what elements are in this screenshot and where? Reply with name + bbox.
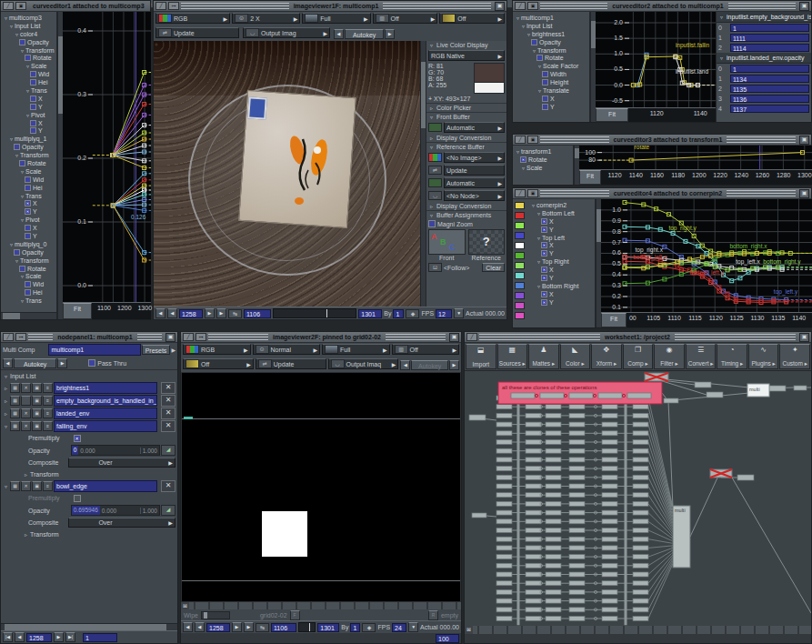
step-back-icon[interactable]: ◀	[155, 308, 165, 318]
tree-item[interactable]: ▿cornerpin2	[528, 201, 595, 209]
last-frame-icon[interactable]: ▶|	[65, 632, 75, 642]
viewer-image[interactable]	[154, 41, 420, 307]
tree-item[interactable]: Wid	[1, 70, 56, 78]
tree-item[interactable]: Rotate	[1, 265, 56, 273]
fit-button[interactable]: Fit	[63, 303, 92, 319]
toolbox-plugins-button[interactable]: ∿Plugins ▸	[748, 344, 779, 369]
range-end-field[interactable]: 1301	[358, 309, 382, 318]
curve-color-swatch[interactable]	[515, 222, 525, 229]
composite-select[interactable]: Over▶	[68, 458, 175, 468]
next-frame-icon[interactable]: ▶	[54, 632, 64, 642]
tree-vscrollbar[interactable]	[574, 146, 579, 185]
delete-input-icon[interactable]: ✕	[161, 480, 175, 492]
value-row[interactable]: 01	[717, 23, 811, 33]
toolbox-sources-button[interactable]: ▦Sources ▸	[497, 344, 528, 369]
tree-item[interactable]: ✕X	[1, 199, 56, 207]
prev-frame-icon[interactable]: ◀	[15, 632, 25, 642]
tree-item[interactable]: X	[1, 95, 56, 103]
imageviewer2-titlebar[interactable]: ╱ ⊶ imageviewer2F: pinned to grid02-02 ▣	[181, 332, 461, 343]
prev-frame-icon[interactable]: ◀	[195, 622, 205, 632]
lut-select[interactable]: Off▶	[183, 358, 254, 369]
curve-color-swatch[interactable]	[515, 232, 525, 239]
update-button[interactable]: ⇄ Update	[256, 358, 326, 369]
tree-item[interactable]: Hei	[1, 184, 56, 192]
delete-input-icon[interactable]: ✕	[161, 382, 175, 394]
curve-color-swatch[interactable]	[515, 242, 525, 249]
tree-item[interactable]: Rotate	[1, 159, 56, 167]
tree-item[interactable]: Rotate	[1, 54, 56, 62]
delete-input-icon[interactable]: ✕	[161, 408, 175, 419]
input-row[interactable]: ▹▦✕▣≡ brightness1✕	[1, 381, 177, 394]
graph-node[interactable]	[794, 386, 807, 390]
next-frame-icon[interactable]: ▶	[232, 622, 242, 632]
tree-item[interactable]: Y	[1, 126, 56, 135]
fit-button[interactable]: Fit	[596, 108, 628, 122]
value-row[interactable]: 31136	[717, 94, 811, 104]
curve-toggle-icon[interactable]: ◢	[161, 505, 175, 516]
curveeditor4-chart[interactable]: top_right.ybottom_right.xtop_right.xbott…	[601, 199, 812, 312]
imageviewer1-titlebar[interactable]: ╱ ⊶ imageviewer1F: multicomp1 ▣	[154, 1, 506, 12]
close-icon[interactable]: ▣	[449, 333, 459, 342]
wipe-slider[interactable]	[201, 611, 230, 619]
toolbox-import-button[interactable]: ⬓Import	[466, 344, 496, 369]
timeline-track[interactable]	[273, 308, 356, 318]
toolbox-comp-button[interactable]: ❐Comp ▸	[623, 344, 654, 369]
titlebar-grip[interactable]	[137, 334, 162, 340]
pen-icon[interactable]: ╱	[515, 136, 526, 144]
presets-button[interactable]: Presets	[142, 345, 171, 355]
prev-key-icon[interactable]: ◀	[400, 360, 410, 370]
tree-item[interactable]: ✕Rotate	[513, 156, 573, 164]
graph-node[interactable]	[707, 392, 723, 397]
curve-color-swatch[interactable]	[515, 302, 525, 309]
value-row[interactable]: 21135	[717, 84, 811, 94]
curve-color-swatch[interactable]	[515, 282, 525, 289]
graph-node[interactable]	[469, 415, 486, 420]
front-key-icon[interactable]: F	[290, 610, 300, 620]
tree-item[interactable]: ▿multicomp3	[1, 14, 56, 22]
curve-color-swatch[interactable]	[515, 292, 525, 299]
buffer-assignments-header[interactable]: Buffer Assignments	[436, 212, 491, 218]
loop-icon[interactable]: ◆	[406, 309, 419, 318]
graph-node[interactable]	[695, 382, 711, 387]
tree-item[interactable]: Y	[1, 232, 56, 240]
composite-select[interactable]: Over▶	[68, 518, 175, 528]
next-key-icon[interactable]: ▶	[385, 29, 395, 39]
update-button[interactable]: ⇄ Update	[155, 27, 239, 38]
front-thumbnail[interactable]: A B C Front	[428, 229, 466, 261]
pen-icon[interactable]: ╱	[183, 333, 194, 341]
first-frame-icon[interactable]: |◀	[3, 632, 13, 642]
compare-select[interactable]: ▥ Off▶	[373, 13, 438, 24]
tree-item[interactable]: Height	[513, 78, 589, 86]
tree-item[interactable]: ✕Y	[528, 226, 595, 234]
next-key-icon[interactable]: ▶	[449, 360, 459, 370]
reference-update-button[interactable]: Update	[444, 165, 505, 176]
window-icon[interactable]: ▣	[15, 2, 26, 10]
tree-item[interactable]: ✕Y	[528, 298, 595, 307]
curveeditor1-chart[interactable]: 0.1260.40.30.20.10.0	[63, 12, 151, 302]
fps-menu-icon[interactable]: ▼	[454, 308, 464, 318]
input-list-header[interactable]: Input List	[10, 373, 35, 379]
annotation-note[interactable]: all these are clones of these operations	[498, 382, 662, 404]
tree-item[interactable]: ▿Bottom Right	[528, 282, 595, 290]
multicomp-node[interactable]: multi	[671, 506, 690, 568]
reference-key-icon[interactable]: R	[428, 610, 438, 620]
value-row[interactable]: 21114	[717, 43, 811, 53]
tree-item[interactable]: Wid	[1, 176, 56, 184]
tree-vscrollbar[interactable]	[596, 199, 601, 327]
tree-hscrollbar[interactable]	[1, 312, 56, 319]
pen-icon[interactable]: ╱	[515, 189, 526, 197]
tree-item[interactable]: ▿Scale	[1, 273, 56, 281]
tree-item[interactable]: ▿color4	[1, 30, 56, 38]
tree-item[interactable]: X	[1, 119, 56, 127]
curve-color-swatch[interactable]	[515, 212, 525, 219]
timeline-track[interactable]	[298, 622, 316, 632]
input-row[interactable]: ▿▦✕▣≡ falling_env✕	[1, 419, 177, 432]
tree-item[interactable]: ▿brightness1	[513, 30, 589, 38]
display-conversion-header[interactable]: Display Conversion	[436, 203, 491, 209]
viewer2-image[interactable]	[181, 372, 461, 602]
curveeditor2-titlebar[interactable]: ╱ ▣ curveeditor2 attached to multicomp1 …	[513, 1, 811, 12]
titlebar-grip[interactable]	[540, 136, 609, 143]
toolbox-timing-button[interactable]: ◔Timing ▸	[717, 344, 747, 369]
tree-item[interactable]: ▿Trans	[1, 86, 56, 95]
tree-item[interactable]: ▿Scale Factor	[513, 62, 589, 70]
